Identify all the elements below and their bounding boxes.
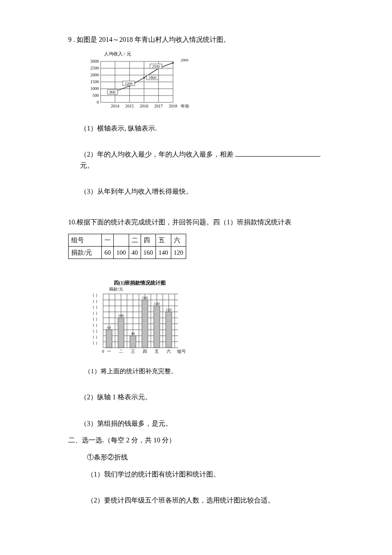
- svg-text:年份: 年份: [181, 104, 189, 108]
- section2-sub2: （2）要统计四年级五个班各班的人数，选用统计图比较合适。: [68, 495, 324, 506]
- svg-text:2018: 2018: [169, 104, 177, 108]
- svg-text:140: 140: [154, 302, 160, 306]
- svg-text:120: 120: [166, 308, 172, 312]
- section2-head: 二、选一选.（每空 2 分，共 10 分）: [68, 435, 324, 446]
- q10-sub3: （3）第组捐的钱最多，是元。: [68, 418, 324, 429]
- svg-text:0: 0: [102, 349, 104, 354]
- svg-text:2900: 2900: [181, 58, 189, 62]
- svg-text:（ ）: （ ）: [90, 317, 100, 321]
- q9-sub2: （2）年的人均收入最少，年的人均收入最多，相差 元。: [68, 149, 324, 171]
- q9-sub2-post: 元。: [80, 162, 94, 169]
- q10-bar-chart: 四(1)班捐款情况统计图 捐款/元 （ ） （ ） （ ） （ ） （ ） （ …: [89, 279, 324, 364]
- svg-text:五: 五: [155, 349, 159, 354]
- svg-rect-75: [142, 300, 148, 348]
- section2-sub1: （1）我们学过的统计图有统计图和统计图。: [68, 469, 324, 480]
- chart2-title: 四(1)班捐款情况统计图: [114, 280, 166, 286]
- q10-sub1: （1）将上面的统计图补充完整。: [84, 366, 324, 376]
- q9-title: 9 . 如图是 2014～2018 年青山村人均收入情况统计图。: [68, 34, 324, 45]
- svg-rect-72: [106, 330, 112, 348]
- svg-text:2500: 2500: [90, 66, 99, 70]
- svg-text:100: 100: [118, 314, 124, 318]
- q9-line-chart: 人均收入 / 元 0 500 1000 1500 2000 2500: [84, 51, 194, 111]
- svg-text:（ ）: （ ）: [90, 299, 100, 303]
- svg-text:2016: 2016: [140, 104, 148, 108]
- svg-rect-73: [118, 318, 124, 348]
- svg-text:（ ）: （ ）: [90, 334, 100, 339]
- svg-point-30: [172, 62, 174, 64]
- svg-rect-77: [166, 312, 172, 348]
- svg-text:（ ）: （ ）: [90, 340, 100, 345]
- q10-table: 组号 一 二 四 五 六 捐款/元 60 100 40 160 140 120: [68, 234, 186, 259]
- svg-text:1500: 1500: [90, 79, 99, 84]
- svg-rect-74: [130, 336, 136, 348]
- svg-text:2014: 2014: [111, 104, 119, 108]
- q10-sub2: （2）纵轴 1 格表示元。: [68, 392, 324, 403]
- svg-text:组号: 组号: [177, 349, 186, 354]
- svg-text:（ ）: （ ）: [90, 293, 100, 297]
- svg-text:四: 四: [143, 349, 147, 354]
- svg-text:160: 160: [142, 296, 148, 300]
- chart1-ytitle: 人均收入 / 元: [104, 51, 131, 56]
- svg-text:2017: 2017: [154, 104, 163, 108]
- svg-text:（ ）: （ ）: [90, 311, 100, 315]
- q10-title: 10.根据下面的统计表完成统计图，并回答问题。四（1）班捐款情况统计表: [68, 217, 324, 228]
- svg-text:60: 60: [107, 325, 112, 330]
- svg-text:800: 800: [110, 90, 115, 94]
- svg-text:一: 一: [107, 349, 111, 354]
- svg-text:1200: 1200: [125, 81, 133, 86]
- svg-text:（ ）: （ ）: [90, 305, 100, 309]
- svg-text:500: 500: [92, 93, 99, 98]
- svg-text:（ ）: （ ）: [90, 323, 100, 327]
- svg-text:1000: 1000: [90, 86, 99, 91]
- q9-sub3: （3）从年到年人均收入增长得最快。: [68, 186, 324, 197]
- q9-sub1: （1）横轴表示, 纵轴表示.: [68, 123, 324, 134]
- svg-text:40: 40: [131, 331, 135, 336]
- svg-text:（ ）: （ ）: [90, 328, 100, 333]
- svg-rect-76: [154, 306, 160, 348]
- q9-sub2-pre: （2）年的人均收入最少，年的人均收入最多，相差: [80, 151, 233, 158]
- blank-underline[interactable]: [235, 151, 320, 157]
- section2-options: ①条形②折线: [68, 452, 324, 463]
- svg-text:二: 二: [119, 349, 123, 354]
- chart2-ytitle: 捐款/元: [109, 287, 123, 291]
- svg-text:3000: 3000: [90, 59, 99, 64]
- table-row: 捐款/元 60 100 40 160 140 120: [69, 246, 186, 259]
- svg-point-28: [143, 77, 145, 78]
- svg-text:三: 三: [131, 349, 135, 354]
- svg-text:0: 0: [97, 100, 99, 105]
- svg-text:2000: 2000: [90, 73, 99, 77]
- svg-text:1800: 1800: [149, 76, 157, 80]
- svg-text:2015: 2015: [125, 104, 134, 108]
- svg-text:六: 六: [167, 349, 171, 354]
- svg-text:2500: 2500: [152, 64, 160, 69]
- table-row: 组号 一 二 四 五 六: [69, 234, 186, 246]
